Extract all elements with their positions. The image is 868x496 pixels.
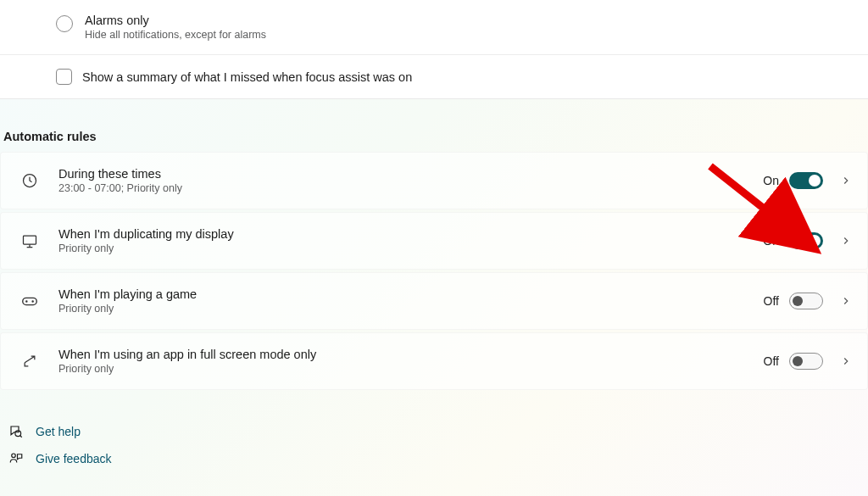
chevron-right-icon bbox=[840, 295, 852, 307]
toggle-duplicating-display[interactable] bbox=[789, 232, 823, 249]
checkbox-label: Show a summary of what I missed when foc… bbox=[82, 70, 412, 84]
rule-text-group: During these times 23:00 - 07:00; Priori… bbox=[58, 167, 763, 194]
checkbox-summary[interactable]: Show a summary of what I missed when foc… bbox=[0, 55, 868, 98]
get-help-link[interactable]: Get help bbox=[8, 418, 868, 445]
rule-title: When I'm using an app in full screen mod… bbox=[58, 348, 764, 361]
rule-title: When I'm playing a game bbox=[58, 287, 764, 301]
svg-point-3 bbox=[26, 301, 27, 302]
rule-controls: On bbox=[763, 232, 852, 249]
rule-during-times[interactable]: During these times 23:00 - 07:00; Priori… bbox=[0, 152, 868, 209]
rule-controls: Off bbox=[764, 293, 852, 309]
radio-title: Alarms only bbox=[85, 14, 266, 27]
rules-list: During these times 23:00 - 07:00; Priori… bbox=[0, 152, 868, 390]
radio-text-group: Alarms only Hide all notifications, exce… bbox=[85, 14, 266, 41]
rule-controls: Off bbox=[764, 353, 852, 370]
checkbox-icon bbox=[56, 69, 72, 85]
automatic-rules-heading: Automatic rules bbox=[0, 99, 868, 152]
svg-rect-2 bbox=[23, 298, 37, 304]
monitor-icon bbox=[19, 231, 40, 251]
rule-fullscreen-app[interactable]: When I'm using an app in full screen mod… bbox=[0, 332, 868, 390]
rule-controls: On bbox=[763, 172, 852, 189]
radio-alarms-only[interactable]: Alarms only Hide all notifications, exce… bbox=[0, 0, 868, 55]
rule-text-group: When I'm playing a game Priority only bbox=[58, 287, 764, 315]
help-icon bbox=[8, 424, 24, 439]
radio-subtitle: Hide all notifications, except for alarm… bbox=[85, 29, 266, 41]
rule-title: When I'm duplicating my display bbox=[58, 227, 763, 241]
toggle-during-times[interactable] bbox=[789, 172, 823, 189]
radio-icon bbox=[56, 15, 73, 32]
priority-section: Alarms only Hide all notifications, exce… bbox=[0, 0, 868, 99]
rule-subtitle: Priority only bbox=[58, 303, 764, 315]
rule-duplicating-display[interactable]: When I'm duplicating my display Priority… bbox=[0, 212, 868, 270]
clock-icon bbox=[19, 170, 40, 191]
svg-point-4 bbox=[32, 301, 33, 302]
rule-playing-game[interactable]: When I'm playing a game Priority only Of… bbox=[0, 272, 868, 330]
chevron-right-icon bbox=[840, 355, 852, 367]
chevron-right-icon bbox=[840, 235, 852, 247]
toggle-fullscreen-app[interactable] bbox=[789, 353, 823, 370]
give-feedback-label: Give feedback bbox=[36, 452, 112, 465]
rule-subtitle: 23:00 - 07:00; Priority only bbox=[58, 182, 763, 194]
feedback-icon bbox=[8, 451, 24, 466]
gamepad-icon bbox=[19, 291, 40, 311]
svg-point-5 bbox=[15, 431, 21, 437]
toggle-state-label: On bbox=[763, 234, 779, 248]
rule-title: During these times bbox=[58, 167, 763, 181]
rule-text-group: When I'm duplicating my display Priority… bbox=[58, 227, 763, 254]
chevron-right-icon bbox=[840, 175, 852, 187]
rule-subtitle: Priority only bbox=[58, 242, 763, 254]
toggle-state-label: Off bbox=[764, 294, 779, 308]
svg-rect-1 bbox=[24, 236, 36, 244]
get-help-label: Get help bbox=[36, 425, 81, 438]
toggle-state-label: On bbox=[763, 174, 779, 187]
rule-text-group: When I'm using an app in full screen mod… bbox=[58, 348, 764, 375]
fullscreen-icon bbox=[19, 351, 40, 371]
give-feedback-link[interactable]: Give feedback bbox=[8, 445, 868, 472]
toggle-playing-game[interactable] bbox=[789, 293, 823, 309]
toggle-state-label: Off bbox=[764, 354, 779, 368]
svg-point-6 bbox=[12, 454, 16, 458]
rule-subtitle: Priority only bbox=[58, 363, 764, 375]
footer-links: Get help Give feedback bbox=[0, 393, 868, 472]
